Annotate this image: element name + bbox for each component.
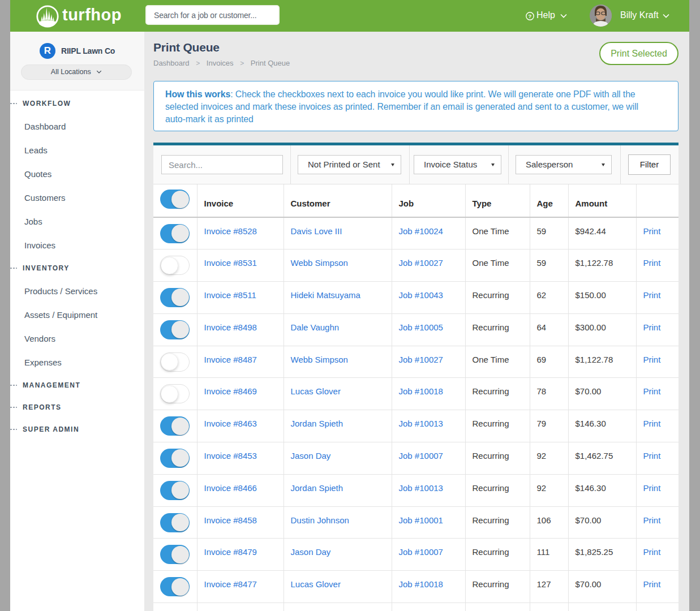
svg-text:?: ?: [529, 13, 532, 19]
